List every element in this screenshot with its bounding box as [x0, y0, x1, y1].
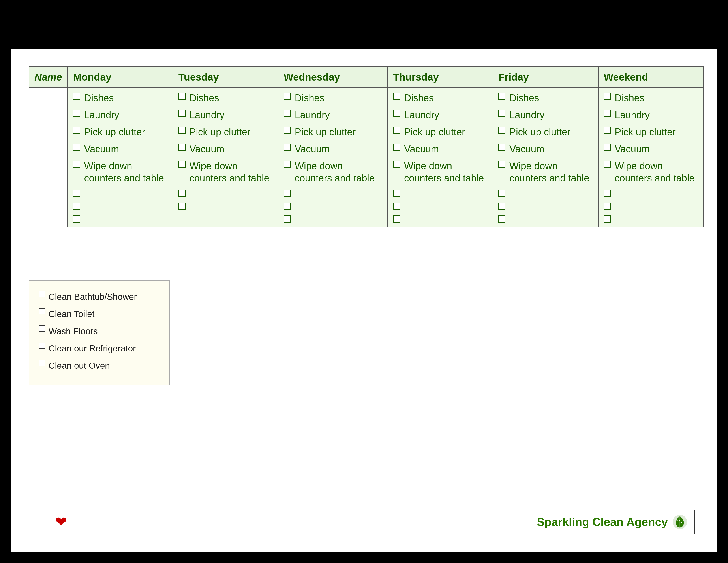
- chore-item: Vacuum: [178, 143, 273, 155]
- chore-checkbox[interactable]: [178, 144, 186, 151]
- chore-checkbox[interactable]: [178, 110, 186, 117]
- side-note-checkbox[interactable]: [39, 343, 45, 349]
- branding-box: Sparkling Clean Agency: [530, 510, 695, 534]
- chore-text: Wipe down counters and table: [190, 160, 273, 184]
- chore-checkbox[interactable]: [393, 127, 400, 134]
- side-note-item: Clean Bathtub/Shower: [39, 290, 160, 304]
- side-note-item: Clean out Oven: [39, 359, 160, 373]
- side-note-checkbox[interactable]: [39, 291, 45, 297]
- chore-item: Laundry: [498, 109, 593, 121]
- chore-checkbox[interactable]: [498, 127, 505, 134]
- chore-checkbox[interactable]: [284, 215, 291, 222]
- heart-icon: ❤: [55, 514, 67, 530]
- chore-checkbox[interactable]: [604, 127, 611, 134]
- chore-text: Dishes: [615, 92, 698, 104]
- chore-item: Pick up clutter: [393, 126, 487, 138]
- chore-item: Dishes: [393, 92, 487, 104]
- chore-item: Pick up clutter: [604, 126, 698, 138]
- chore-checkbox[interactable]: [178, 161, 186, 168]
- chore-checkbox[interactable]: [73, 144, 80, 151]
- chore-checkbox[interactable]: [393, 161, 400, 168]
- chore-checkbox[interactable]: [498, 144, 505, 151]
- chore-checkbox[interactable]: [284, 190, 291, 197]
- chore-checkbox[interactable]: [498, 110, 505, 117]
- chore-item: [73, 202, 167, 210]
- chore-checkbox[interactable]: [604, 203, 611, 210]
- chore-item: [498, 214, 593, 222]
- chore-item: Dishes: [73, 92, 167, 104]
- chore-checkbox[interactable]: [393, 203, 400, 210]
- chore-checkbox[interactable]: [393, 93, 400, 100]
- chore-text: Laundry: [615, 109, 698, 121]
- chore-item: Vacuum: [284, 143, 382, 155]
- chore-checkbox[interactable]: [284, 127, 291, 134]
- chore-checkbox[interactable]: [178, 127, 186, 134]
- chore-item: Laundry: [73, 109, 167, 121]
- chore-text: Vacuum: [615, 143, 698, 155]
- chore-checkbox[interactable]: [498, 215, 505, 222]
- chore-checkbox[interactable]: [498, 93, 505, 100]
- chore-text: Pick up clutter: [84, 126, 167, 138]
- chore-checkbox[interactable]: [284, 110, 291, 117]
- tuesday-cell: Dishes Laundry Pick up clutter Vacu: [173, 88, 278, 227]
- chore-checkbox[interactable]: [73, 161, 80, 168]
- chore-checkbox[interactable]: [73, 190, 80, 197]
- chore-checkbox[interactable]: [393, 110, 400, 117]
- chore-item: [284, 214, 382, 222]
- chore-checkbox[interactable]: [73, 215, 80, 222]
- chore-checkbox[interactable]: [284, 203, 291, 210]
- chore-checkbox[interactable]: [604, 110, 611, 117]
- chore-text: Vacuum: [509, 143, 593, 155]
- chore-checkbox[interactable]: [604, 93, 611, 100]
- branding-part2: Clean Agency: [592, 516, 668, 528]
- chore-checkbox[interactable]: [73, 93, 80, 100]
- chore-item: Wipe down counters and table: [73, 160, 167, 184]
- chore-checkbox[interactable]: [604, 190, 611, 197]
- side-note-item: Clean Toilet: [39, 307, 160, 321]
- chore-checkbox[interactable]: [393, 215, 400, 222]
- chore-text: Wipe down counters and table: [509, 160, 593, 184]
- branding-part1: Sparkling: [537, 516, 592, 528]
- chore-checkbox[interactable]: [604, 161, 611, 168]
- col-header-wednesday: Wednesday: [278, 66, 388, 88]
- chore-item: [73, 214, 167, 222]
- chore-checkbox[interactable]: [73, 127, 80, 134]
- side-note-checkbox[interactable]: [39, 326, 45, 332]
- chore-item: Wipe down counters and table: [604, 160, 698, 184]
- chore-item: Vacuum: [604, 143, 698, 155]
- chore-checkbox[interactable]: [284, 161, 291, 168]
- chore-table-wrapper: Name Monday Tuesday Wednesday Thursday F…: [29, 66, 704, 227]
- chore-text: Wipe down counters and table: [404, 160, 487, 184]
- chore-checkbox[interactable]: [393, 190, 400, 197]
- chore-item: [604, 202, 698, 210]
- side-note-item: Clean our Refrigerator: [39, 341, 160, 356]
- chore-text: Dishes: [404, 92, 487, 104]
- side-note-text: Clean out Oven: [49, 359, 110, 373]
- chore-checkbox[interactable]: [178, 190, 186, 197]
- chore-item: Laundry: [178, 109, 273, 121]
- chore-item: Vacuum: [73, 143, 167, 155]
- chore-checkbox[interactable]: [393, 144, 400, 151]
- side-note-checkbox[interactable]: [39, 360, 45, 366]
- chore-item: Wipe down counters and table: [498, 160, 593, 184]
- chore-checkbox[interactable]: [604, 215, 611, 222]
- chore-checkbox[interactable]: [178, 203, 186, 210]
- chore-text: Pick up clutter: [295, 126, 382, 138]
- side-note-checkbox[interactable]: [39, 308, 45, 315]
- chore-checkbox[interactable]: [498, 203, 505, 210]
- chore-checkbox[interactable]: [73, 110, 80, 117]
- chore-text: Wipe down counters and table: [615, 160, 698, 184]
- chore-checkbox[interactable]: [498, 161, 505, 168]
- chore-text: Dishes: [84, 92, 167, 104]
- chore-checkbox[interactable]: [73, 203, 80, 210]
- chore-item: Pick up clutter: [284, 126, 382, 138]
- chore-checkbox[interactable]: [284, 93, 291, 100]
- chore-checkbox[interactable]: [178, 93, 186, 100]
- chore-text: Pick up clutter: [190, 126, 273, 138]
- chore-item: Pick up clutter: [73, 126, 167, 138]
- chore-checkbox[interactable]: [284, 144, 291, 151]
- chore-checkbox[interactable]: [604, 144, 611, 151]
- chore-item: [498, 202, 593, 210]
- chore-text: Laundry: [190, 109, 273, 121]
- chore-checkbox[interactable]: [498, 190, 505, 197]
